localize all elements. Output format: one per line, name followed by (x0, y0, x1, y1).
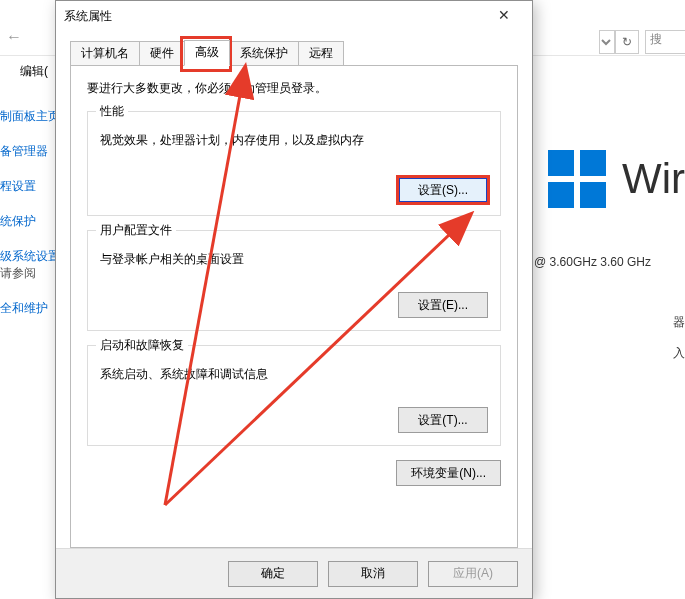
search-input[interactable]: 搜 (645, 30, 685, 54)
dialog-action-bar: 确定 取消 应用(A) (56, 548, 532, 598)
performance-legend: 性能 (96, 103, 128, 120)
right-cropped-labels: 器 入 (673, 300, 685, 362)
ok-button[interactable]: 确定 (228, 561, 318, 587)
sidebar-link[interactable]: 级系统设置 (0, 248, 52, 265)
back-arrow-icon[interactable]: ← (6, 28, 22, 46)
windows-text: Wir (622, 155, 685, 203)
windows-logo-icon (548, 150, 606, 208)
startup-recovery-group: 启动和故障恢复 系统启动、系统故障和调试信息 设置(T)... (87, 345, 501, 446)
tab-remote[interactable]: 远程 (298, 41, 344, 66)
cpu-speed-label: @ 3.60GHz 3.60 GHz (534, 255, 651, 269)
startup-recovery-settings-button[interactable]: 设置(T)... (398, 407, 488, 433)
performance-desc: 视觉效果，处理器计划，内存使用，以及虚拟内存 (100, 132, 488, 149)
sidebar-link[interactable]: 全和维护 (0, 300, 52, 317)
startup-recovery-desc: 系统启动、系统故障和调试信息 (100, 366, 488, 383)
sidebar-link[interactable]: 统保护 (0, 213, 52, 230)
user-profiles-desc: 与登录帐户相关的桌面设置 (100, 251, 488, 268)
tab-advanced[interactable]: 高级 (184, 40, 230, 66)
see-also-header: 请参阅 (0, 266, 36, 280)
sidebar-link[interactable]: 备管理器 (0, 143, 52, 160)
advanced-tab-page: 要进行大多数更改，你必须作为管理员登录。 性能 视觉效果，处理器计划，内存使用，… (70, 65, 518, 548)
close-icon[interactable]: ✕ (484, 2, 524, 30)
apply-button: 应用(A) (428, 561, 518, 587)
tab-computer-name[interactable]: 计算机名 (70, 41, 140, 66)
user-profiles-legend: 用户配置文件 (96, 222, 176, 239)
sidebar-link[interactable]: 制面板主页 (0, 108, 52, 125)
environment-variables-button[interactable]: 环境变量(N)... (396, 460, 501, 486)
performance-settings-button[interactable]: 设置(S)... (398, 177, 488, 203)
performance-group: 性能 视觉效果，处理器计划，内存使用，以及虚拟内存 设置(S)... (87, 111, 501, 216)
windows-brand: Wir (548, 150, 685, 208)
address-dropdown[interactable] (599, 30, 615, 54)
edit-menu[interactable]: 编辑( (20, 63, 48, 80)
user-profiles-settings-button[interactable]: 设置(E)... (398, 292, 488, 318)
startup-recovery-legend: 启动和故障恢复 (96, 337, 188, 354)
tab-hardware[interactable]: 硬件 (139, 41, 185, 66)
system-properties-dialog: 系统属性 ✕ 计算机名 硬件 高级 系统保护 远程 要进行大多数更改，你必须作为… (55, 0, 533, 599)
tab-strip: 计算机名 硬件 高级 系统保护 远程 (70, 41, 518, 65)
cancel-button[interactable]: 取消 (328, 561, 418, 587)
dialog-title: 系统属性 (64, 8, 484, 25)
tab-system-protection[interactable]: 系统保护 (229, 41, 299, 66)
sidebar-link[interactable]: 程设置 (0, 178, 52, 195)
titlebar: 系统属性 ✕ (56, 1, 532, 31)
refresh-icon[interactable]: ↻ (615, 30, 639, 54)
admin-intro-text: 要进行大多数更改，你必须作为管理员登录。 (87, 80, 501, 97)
sidebar: 制面板主页 备管理器 程设置 统保护 级系统设置 请参阅 全和维护 (0, 90, 52, 317)
user-profiles-group: 用户配置文件 与登录帐户相关的桌面设置 设置(E)... (87, 230, 501, 331)
